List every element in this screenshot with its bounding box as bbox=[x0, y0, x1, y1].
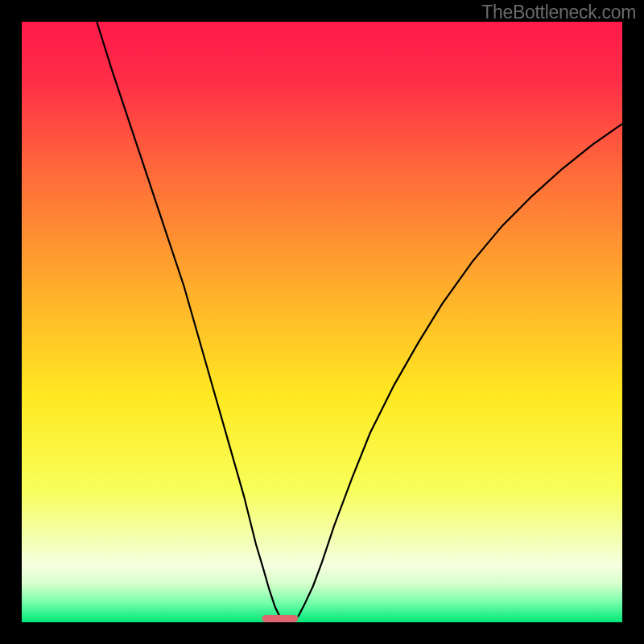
watermark-text: TheBottleneck.com bbox=[481, 2, 636, 23]
bottleneck-marker bbox=[262, 615, 298, 622]
chart-frame: TheBottleneck.com bbox=[0, 0, 644, 644]
gradient-background bbox=[22, 22, 622, 622]
chart-svg bbox=[22, 22, 622, 622]
chart-plot-area bbox=[22, 22, 622, 622]
